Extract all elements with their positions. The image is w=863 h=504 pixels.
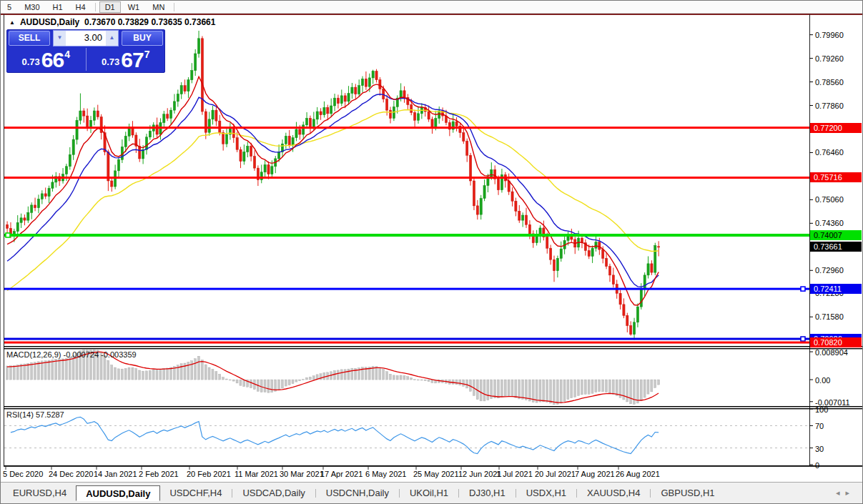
- tab-usdcad-daily[interactable]: USDCAD,Daily: [233, 485, 314, 501]
- tab-separator: [576, 489, 577, 498]
- bid-price-prefix: 0.73: [22, 56, 40, 67]
- panel-frames: [4, 14, 863, 467]
- volume-input[interactable]: 3.00: [66, 31, 106, 46]
- horizontal-lines-group: [4, 127, 809, 343]
- rsi-tick-label: 0: [815, 461, 819, 470]
- chart-title: ▲AUDUSD,Daily 0.73670 0.73829 0.73635 0.…: [9, 17, 215, 27]
- macd-indicator-label: MACD(12,26,9) -0.000724 -0.003359: [6, 350, 137, 359]
- collapse-panel-icon[interactable]: ▲: [9, 19, 15, 26]
- date-tick-label: 1 Jul 2021: [496, 470, 533, 478]
- trade-controls-row: SELL ▼ 3.00 ▲ BUY: [6, 29, 165, 46]
- tab-separator: [315, 489, 316, 498]
- tab-audusd-daily[interactable]: AUDUSD,Daily: [76, 485, 160, 501]
- ask-price[interactable]: 0.73 67 7: [87, 46, 166, 72]
- line-price-label: 0.70820: [810, 337, 862, 347]
- price-tick-label: 0.75060: [815, 195, 862, 204]
- current-price-label: 0.73661: [810, 242, 862, 252]
- tab-xauusd-h4[interactable]: XAUUSD,H4: [578, 485, 649, 501]
- date-tick-label: 24 Dec 2020: [49, 470, 93, 478]
- rsi-tick-label: 30: [815, 445, 824, 453]
- date-tick-label: 30 Mar 2021: [280, 470, 324, 478]
- tab-eurusd-h4[interactable]: EURUSD,H4: [4, 485, 76, 501]
- tab-separator: [458, 489, 459, 498]
- price-tick-label: 0.79960: [815, 31, 862, 40]
- scroll-right-icon[interactable]: ▸: [845, 488, 855, 497]
- date-tick-label: 25 May 2021: [413, 470, 459, 478]
- scroll-left-icon[interactable]: ◂: [836, 488, 846, 497]
- rsi-value: 57.5287: [36, 410, 64, 419]
- date-tick-label: 12 Jun 2021: [458, 470, 502, 478]
- volume-control: ▼ 3.00 ▲: [53, 30, 119, 46]
- tab-separator: [232, 489, 232, 498]
- ask-price-main: 67: [121, 50, 143, 70]
- line-price-label: 0.74007: [810, 230, 862, 240]
- date-tick-label: 2 Feb 2021: [139, 470, 179, 478]
- chart-tab-strip: EURUSD,H4AUDUSD,DailyUSDCHF,H4USDCAD,Dai…: [1, 482, 862, 504]
- tab-separator: [399, 489, 400, 498]
- price-tick-label: 0.78560: [815, 78, 862, 87]
- tab-dj30-h1[interactable]: DJ30,H1: [460, 485, 515, 501]
- volume-down-icon[interactable]: ▼: [54, 31, 66, 46]
- ask-price-pip: 7: [144, 49, 150, 60]
- price-tick-label: 0.79260: [815, 54, 862, 64]
- chart-ohlc-values: 0.73670 0.73829 0.73635 0.73661: [84, 17, 216, 27]
- tab-scroll-arrows: ◂▸: [836, 488, 855, 498]
- hline-handle-0.72411[interactable]: [801, 287, 805, 291]
- hline-handle-0.74007[interactable]: [6, 233, 10, 237]
- bid-price-main: 66: [41, 50, 64, 70]
- line-price-label: 0.75716: [810, 172, 862, 182]
- one-click-trading-panel: SELL ▼ 3.00 ▲ BUY 0.73 66 4 0.73 67 7: [6, 29, 165, 73]
- date-tick-label: 5 Dec 2020: [3, 470, 43, 478]
- chart-canvas[interactable]: [1, 1, 863, 504]
- bid-price[interactable]: 0.73 66 4: [6, 46, 86, 72]
- sell-button[interactable]: SELL: [9, 31, 50, 46]
- tab-ukoil-h1[interactable]: UKOil,H1: [400, 485, 458, 501]
- hline-0.74007[interactable]: [4, 234, 809, 237]
- bid-price-pip: 4: [64, 49, 70, 60]
- hline-0.70926[interactable]: [4, 338, 809, 340]
- line-price-label: 0.77200: [810, 123, 862, 133]
- tab-usdcnh-daily[interactable]: USDCNH,Daily: [317, 485, 398, 501]
- tab-usdx-h1[interactable]: USDX,H1: [517, 485, 576, 501]
- price-tick-label: 0.71580: [815, 312, 862, 322]
- tab-separator: [516, 489, 516, 498]
- rsi-indicator-label: RSI(14) 57.5287: [6, 410, 64, 419]
- volume-up-icon[interactable]: ▲: [106, 31, 118, 46]
- price-tick-label: 0.74360: [815, 219, 862, 228]
- date-tick-label: 11 Mar 2021: [235, 470, 278, 478]
- hline-0.75716[interactable]: [4, 177, 809, 179]
- line-price-label: 0.72411: [810, 284, 862, 294]
- terminal-window: 5M30H1H4D1W1MN ▲AUDUSD,Daily 0.73670 0.7…: [0, 0, 863, 504]
- tab-usdchf-h4[interactable]: USDCHF,H4: [160, 485, 231, 501]
- hline-handle-0.70926[interactable]: [801, 337, 805, 341]
- rsi-tick-label: 70: [815, 422, 824, 430]
- chart-symbol-label: AUDUSD,Daily: [20, 17, 79, 27]
- date-tick-label: 26 Aug 2021: [616, 470, 660, 478]
- date-tick-label: 14 Jan 2021: [94, 470, 137, 478]
- price-tick-label: 0.76460: [815, 148, 862, 157]
- ask-price-prefix: 0.73: [102, 56, 119, 67]
- hline-0.772[interactable]: [4, 127, 809, 129]
- price-tick-label: 0.77860: [815, 102, 862, 111]
- macd-tick-label: 0.00: [815, 376, 830, 385]
- hline-0.7082[interactable]: [4, 342, 809, 344]
- macd-tick-label: 0.008904: [815, 348, 848, 357]
- date-tick-label: 17 Apr 2021: [320, 470, 363, 478]
- macd-values: -0.000724 -0.003359: [63, 350, 136, 359]
- tab-gbpusd-h1[interactable]: GBPUSD,H1: [651, 485, 724, 501]
- candles-group: [6, 31, 660, 340]
- buy-button[interactable]: BUY: [122, 31, 163, 46]
- rsi-tick-label: 100: [815, 405, 828, 414]
- price-tick-label: 0.72960: [815, 266, 862, 275]
- bid-ask-display: 0.73 66 4 0.73 67 7: [6, 46, 165, 72]
- date-tick-label: 20 Jul 2021: [535, 470, 576, 478]
- date-tick-label: 20 Feb 2021: [187, 470, 231, 478]
- date-tick-label: 6 May 2021: [365, 470, 406, 478]
- hline-0.72411[interactable]: [4, 288, 809, 290]
- tab-separator: [650, 489, 651, 498]
- date-tick-label: 7 Aug 2021: [575, 470, 615, 478]
- chart-tabs: EURUSD,H4AUDUSD,DailyUSDCHF,H4USDCAD,Dai…: [4, 485, 819, 501]
